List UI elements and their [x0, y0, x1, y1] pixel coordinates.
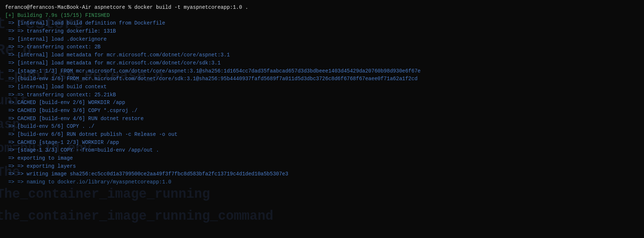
output-line-10: => => transferring context: 25.21kB: [5, 91, 639, 99]
building-line: [+] Building 7.9s (15/15) FINISHED: [5, 12, 639, 20]
output-line-21: => => naming to docker.io/library/myaspn…: [5, 178, 639, 186]
output-line-8: => [build-env 1/6] FROM mcr.microsoft.co…: [5, 75, 639, 83]
output-line-15: => [build-env 6/6] RUN dotnet publish -c…: [5, 131, 639, 139]
terminal-content: feranco@ferancos-MacBook-Air aspnetcore …: [5, 4, 639, 186]
output-line-2: => => transferring dockerfile: 131B: [5, 27, 639, 36]
output-line-3: => [internal] load .dockerignore: [5, 36, 639, 44]
output-line-18: => exporting to image: [5, 155, 639, 163]
output-line-17: => [stage-1 3/3] COPY --from=build-env /…: [5, 146, 639, 155]
terminal-window: t_restore Re_d t_publish_Release_d unit …: [0, 0, 644, 238]
output-line-12: => CACHED [build-env 3/6] COPY *.csproj …: [5, 107, 639, 115]
output-line-14: => [build-env 5/6] COPY . ./: [5, 123, 639, 131]
output-line-16: => CACHED [stage-1 2/3] WORKDIR /app: [5, 139, 639, 147]
bg-overlay-9: the_container_image_running_command: [0, 209, 273, 224]
output-line-6: => [internal] load metadata for mcr.micr…: [5, 59, 639, 67]
output-line-13: => CACHED [build-env 4/6] RUN dotnet res…: [5, 115, 639, 123]
output-line-4: => => transferring context: 2B: [5, 43, 639, 51]
output-line-5: => [internal] load metadata for mcr.micr…: [5, 51, 639, 59]
output-line-7: => [stage-1 1/3] FROM mcr.microsoft.com/…: [5, 67, 639, 75]
output-line-11: => CACHED [build-env 2/6] WORKDIR /app: [5, 99, 639, 107]
output-line-19: => => exporting layers: [5, 163, 639, 171]
prompt-line: feranco@ferancos-MacBook-Air aspnetcore …: [5, 4, 639, 12]
output-line-20: => => writing image sha256:ec5cc0d1a3799…: [5, 170, 639, 178]
output-line-9: => [internal] load build context: [5, 83, 639, 91]
output-line-1: => [internal] load build definition from…: [5, 19, 639, 27]
bg-overlay-8: The_container_image_running: [0, 187, 210, 202]
